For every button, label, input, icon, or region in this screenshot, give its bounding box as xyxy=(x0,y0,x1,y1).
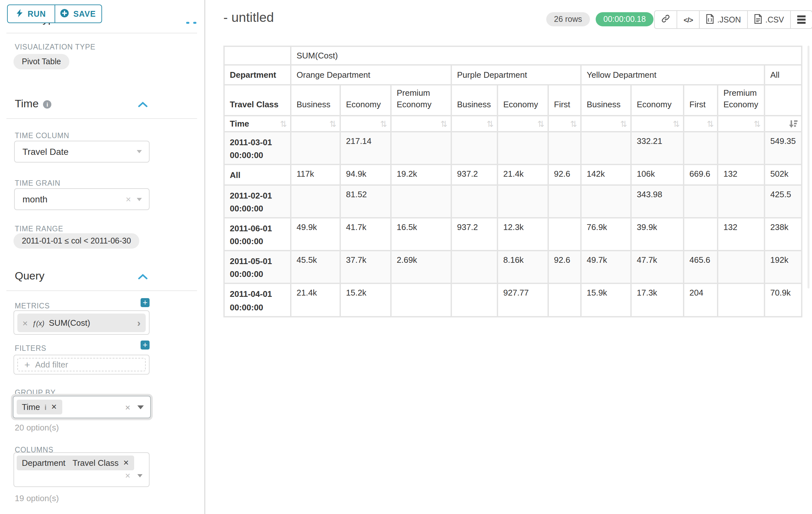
pivot-value-cell: 41.7k xyxy=(340,218,391,251)
column-sort-header[interactable]: ⇅ xyxy=(451,116,497,132)
time-grain-select[interactable]: month × xyxy=(14,188,150,210)
save-button[interactable]: SAVE xyxy=(54,5,102,23)
embed-code-button[interactable]: </> xyxy=(676,11,699,28)
column-sort-header[interactable]: ⇅ xyxy=(497,116,548,132)
pivot-value-cell: 21.4k xyxy=(497,165,548,185)
query-timer-badge: 00:00:00.18 xyxy=(596,12,654,26)
table-row: 2011-03-01 00:00:00217.14332.21549.35 xyxy=(224,132,802,165)
travel-class-header: Premium Economy xyxy=(718,85,764,116)
info-icon: i xyxy=(45,403,47,411)
pivot-value-cell: 937.2 xyxy=(451,218,497,251)
department-group-header: Yellow Department xyxy=(581,65,764,85)
chevron-right-icon[interactable]: › xyxy=(137,318,141,328)
sort-icon: ⇅ xyxy=(673,119,680,129)
pivot-value-cell xyxy=(718,132,764,165)
pivot-value-cell xyxy=(581,185,631,218)
pivot-value-cell xyxy=(451,250,497,284)
pivot-value-cell: 81.52 xyxy=(340,185,391,218)
panel-resize-handle-dot[interactable] xyxy=(186,22,190,23)
viz-type-label: VISUALIZATION TYPE xyxy=(15,43,95,51)
pivot-value-cell: 49.7k xyxy=(581,250,631,284)
chart-title[interactable]: - untitled xyxy=(223,10,274,25)
column-sort-header[interactable]: ⇅ xyxy=(548,116,581,132)
pivot-value-cell xyxy=(684,185,718,218)
pivot-value-cell xyxy=(548,185,581,218)
travel-class-header: Economy xyxy=(497,85,548,116)
pivot-value-cell xyxy=(718,284,764,317)
group-by-select[interactable]: Time i ✕ × xyxy=(13,396,151,418)
add-metric-button[interactable]: + xyxy=(141,298,150,307)
function-icon: ƒ(x) xyxy=(32,319,44,327)
time-column-select[interactable]: Travel Date xyxy=(14,141,150,163)
group-by-option-count: 20 option(s) xyxy=(15,423,59,432)
department-group-header: Orange Department xyxy=(291,65,451,85)
row-dimension-sort-header[interactable]: Time⇅ xyxy=(224,116,291,132)
column-sort-header[interactable]: ⇅ xyxy=(631,116,684,132)
run-button[interactable]: RUN xyxy=(8,5,54,23)
time-range-pill[interactable]: 2011-01-01 ≤ col < 2011-06-30 xyxy=(13,233,139,249)
metric-chip[interactable]: × ƒ(x) SUM(Cost) › xyxy=(17,314,146,332)
sort-icon: ⇅ xyxy=(620,119,627,129)
remove-metric-icon[interactable]: × xyxy=(23,318,28,327)
table-row: 2011-06-01 00:00:0049.9k41.7k16.5k937.21… xyxy=(224,218,802,251)
chevron-up-icon[interactable] xyxy=(138,274,148,279)
column-sort-header[interactable]: ⇅ xyxy=(391,116,451,132)
columns-tag-label: Travel Class xyxy=(72,458,119,468)
viz-type-pill[interactable]: Pivot Table xyxy=(13,54,69,70)
pivot-value-cell xyxy=(497,185,548,218)
row-label-cell: 2011-05-01 00:00:00 xyxy=(224,250,291,284)
sort-icon: ⇅ xyxy=(570,119,577,129)
travel-class-header: Economy xyxy=(340,85,391,116)
column-sort-header[interactable]: ⇅ xyxy=(581,116,631,132)
panel-resize-handle-dot[interactable] xyxy=(193,22,196,23)
chart-panel: - untitled 26 rows 00:00:00.18 </> .JSON xyxy=(207,0,812,514)
column-sort-header[interactable]: ⇅ xyxy=(684,116,718,132)
export-json-button[interactable]: .JSON xyxy=(699,11,748,28)
column-sort-header[interactable]: ⇅ xyxy=(340,116,391,132)
column-sort-header[interactable]: ⇅ xyxy=(291,116,340,132)
table-row: 2011-02-01 00:00:0081.52343.98425.5 xyxy=(224,185,802,218)
column-sort-header[interactable] xyxy=(764,116,802,132)
metric-header-cell: SUM(Cost) xyxy=(291,46,802,65)
filters-box: + Add filter xyxy=(13,355,150,375)
time-grain-label: TIME GRAIN xyxy=(15,179,60,187)
group-by-tag-label: Time xyxy=(22,402,40,412)
remove-tag-icon[interactable]: ✕ xyxy=(123,459,129,467)
more-menu-button[interactable] xyxy=(790,11,812,28)
columns-tag: Travel Class ✕ xyxy=(67,456,134,470)
control-panel: Chart Type RUN SAVE VISUALIZ xyxy=(0,0,205,514)
chevron-up-icon[interactable] xyxy=(138,102,148,107)
group-by-label: GROUP BY xyxy=(15,389,56,397)
clear-icon[interactable]: × xyxy=(125,403,130,411)
export-csv-button[interactable]: .CSV xyxy=(747,11,790,28)
row-label-cell: 2011-02-01 00:00:00 xyxy=(224,185,291,218)
add-filter-button[interactable]: + Add filter xyxy=(17,358,146,371)
columns-select[interactable]: Department ✕ Travel Class ✕ × xyxy=(13,452,150,487)
pivot-value-cell: 12.3k xyxy=(497,218,548,251)
pivot-value-cell xyxy=(451,185,497,218)
metric-name: SUM(Cost) xyxy=(49,318,133,328)
travel-class-header: Premium Economy xyxy=(391,85,451,116)
remove-tag-icon[interactable]: ✕ xyxy=(51,403,57,411)
pivot-value-cell: 937.2 xyxy=(451,165,497,185)
columns-option-count: 19 option(s) xyxy=(15,493,59,503)
metrics-box: × ƒ(x) SUM(Cost) › xyxy=(13,310,150,335)
pivot-value-cell xyxy=(391,185,451,218)
pivot-value-cell: 21.4k xyxy=(291,284,340,317)
clear-icon[interactable]: × xyxy=(126,195,131,204)
row-count-badge: 26 rows xyxy=(546,12,590,26)
column-sort-header[interactable]: ⇅ xyxy=(718,116,764,132)
copy-link-button[interactable] xyxy=(655,11,676,28)
clear-icon[interactable]: × xyxy=(125,471,130,480)
scrollbar[interactable] xyxy=(808,46,809,289)
explore-page: Chart Type RUN SAVE VISUALIZ xyxy=(0,0,812,514)
add-filter-plus-button[interactable]: + xyxy=(141,341,150,350)
travel-class-header xyxy=(764,85,802,116)
pivot-value-cell: 106k xyxy=(631,165,684,185)
pivot-value-cell: 343.98 xyxy=(631,185,684,218)
row-label-cell: 2011-04-01 00:00:00 xyxy=(224,284,291,317)
sort-icon: ⇅ xyxy=(329,119,336,129)
pivot-value-cell: 92.6 xyxy=(548,165,581,185)
pivot-value-cell: 927.77 xyxy=(497,284,548,317)
file-csv-icon xyxy=(754,14,762,25)
